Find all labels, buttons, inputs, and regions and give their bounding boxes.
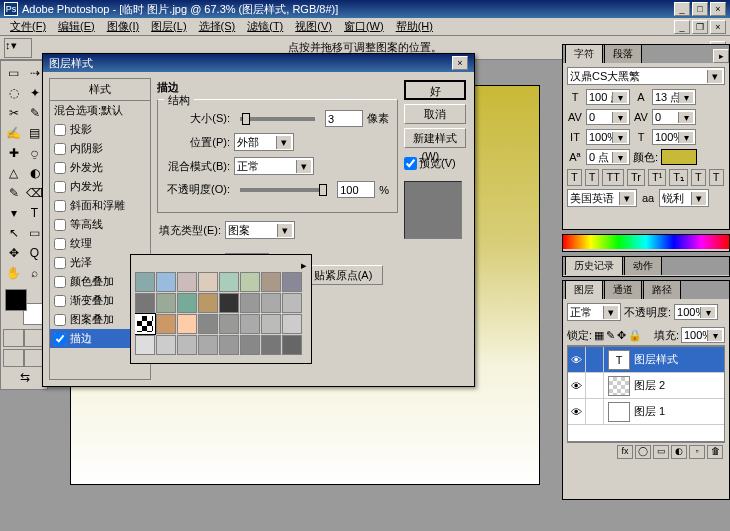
menu-edit[interactable]: 编辑(E) xyxy=(52,19,101,34)
standard-mode-button[interactable] xyxy=(3,329,24,347)
layer-thumb[interactable]: T xyxy=(608,350,630,370)
pattern-cell[interactable] xyxy=(177,272,197,292)
style-list-header[interactable]: 样式 xyxy=(50,79,150,101)
tool-button[interactable]: ✚ xyxy=(3,143,24,163)
blendmode-combo[interactable]: 正常 xyxy=(234,157,314,175)
lock-brush-icon[interactable]: ✎ xyxy=(606,329,615,342)
pattern-cell[interactable] xyxy=(156,272,176,292)
char-panel-menu-icon[interactable]: ▸ xyxy=(713,49,729,63)
tab-character[interactable]: 字符 xyxy=(565,44,603,63)
pattern-cell[interactable] xyxy=(135,335,155,355)
pattern-cell[interactable] xyxy=(261,314,281,334)
underline-button[interactable]: T xyxy=(691,169,706,186)
baseline-input[interactable]: 0 点 xyxy=(586,149,630,165)
pattern-cell[interactable] xyxy=(282,314,302,334)
smallcaps-button[interactable]: Tr xyxy=(627,169,645,186)
layer-thumb[interactable] xyxy=(608,376,630,396)
delete-layer-button[interactable]: 🗑 xyxy=(707,445,723,459)
maximize-button[interactable]: □ xyxy=(692,2,708,16)
screenmode-1-button[interactable] xyxy=(3,349,24,367)
font-size-input[interactable]: 100 点 xyxy=(586,89,630,105)
tool-button[interactable]: ▾ xyxy=(3,203,24,223)
adjust-button[interactable]: ◐ xyxy=(671,445,687,459)
language-combo[interactable]: 美国英语 xyxy=(567,189,637,207)
position-combo[interactable]: 外部 xyxy=(234,133,294,151)
visibility-icon[interactable]: 👁 xyxy=(568,373,586,398)
font-family-combo[interactable]: 汉鼎CS大黑繁 xyxy=(567,67,725,85)
tracking-input[interactable]: 0 xyxy=(652,109,696,125)
pattern-cell[interactable] xyxy=(219,335,239,355)
menu-image[interactable]: 图像(I) xyxy=(101,19,145,34)
layer-name[interactable]: 图层 1 xyxy=(634,404,665,419)
subscript-button[interactable]: T₁ xyxy=(669,169,688,186)
pattern-cell[interactable] xyxy=(198,314,218,334)
pattern-cell[interactable] xyxy=(240,293,260,313)
layer-row[interactable]: 👁 图层 2 xyxy=(568,373,724,399)
tab-paragraph[interactable]: 段落 xyxy=(604,44,642,63)
tab-actions[interactable]: 动作 xyxy=(624,256,662,275)
opacity-input[interactable] xyxy=(337,181,375,198)
fx-button[interactable]: fx xyxy=(617,445,633,459)
jump-to-button[interactable]: ⇆ xyxy=(3,367,47,387)
lock-move-icon[interactable]: ✥ xyxy=(617,329,626,342)
style-item[interactable]: 纹理 xyxy=(50,234,150,253)
new-style-button[interactable]: 新建样式(W)... xyxy=(404,128,466,148)
vscale-input[interactable]: 100% xyxy=(586,129,630,145)
menu-window[interactable]: 窗口(W) xyxy=(338,19,390,34)
text-color-swatch[interactable] xyxy=(661,149,697,165)
style-item[interactable]: 内阴影 xyxy=(50,139,150,158)
menu-filter[interactable]: 滤镜(T) xyxy=(241,19,289,34)
fill-input[interactable]: 100% xyxy=(681,327,725,343)
pattern-cell[interactable] xyxy=(177,314,197,334)
italic-button[interactable]: T xyxy=(585,169,600,186)
pattern-cell[interactable] xyxy=(219,272,239,292)
leading-input[interactable]: 13 点 xyxy=(652,89,696,105)
menu-select[interactable]: 选择(S) xyxy=(193,19,242,34)
ok-button[interactable]: 好 xyxy=(404,80,466,100)
layer-opacity-input[interactable]: 100% xyxy=(674,304,718,320)
style-item[interactable]: 内发光 xyxy=(50,177,150,196)
pattern-cell[interactable] xyxy=(282,293,302,313)
layer-thumb[interactable] xyxy=(608,402,630,422)
layer-row[interactable]: 👁 T 图层样式 xyxy=(568,347,724,373)
tool-button[interactable]: ✥ xyxy=(3,243,24,263)
menu-file[interactable]: 文件(F) xyxy=(4,19,52,34)
tab-channels[interactable]: 通道 xyxy=(604,280,642,299)
tool-button[interactable]: ✍ xyxy=(3,123,24,143)
pattern-cell[interactable] xyxy=(198,335,218,355)
active-tool-indicator[interactable]: ↕▾ xyxy=(4,38,32,58)
doc-close-button[interactable]: × xyxy=(710,20,726,34)
pattern-cell[interactable] xyxy=(135,314,155,334)
tool-button[interactable]: △ xyxy=(3,163,24,183)
visibility-icon[interactable]: 👁 xyxy=(568,399,586,424)
lock-all-icon[interactable]: 🔒 xyxy=(628,329,642,342)
color-ramp-panel[interactable] xyxy=(562,234,730,252)
minimize-button[interactable]: _ xyxy=(674,2,690,16)
style-item[interactable]: 外发光 xyxy=(50,158,150,177)
pattern-cell[interactable] xyxy=(156,293,176,313)
superscript-button[interactable]: T¹ xyxy=(648,169,666,186)
style-item[interactable]: 等高线 xyxy=(50,215,150,234)
tool-button[interactable]: ✎ xyxy=(3,183,24,203)
folder-button[interactable]: ▭ xyxy=(653,445,669,459)
layer-blendmode-combo[interactable]: 正常 xyxy=(567,303,621,321)
strike-button[interactable]: T xyxy=(709,169,724,186)
pattern-cell[interactable] xyxy=(177,335,197,355)
opacity-slider[interactable] xyxy=(240,188,327,192)
menu-view[interactable]: 视图(V) xyxy=(289,19,338,34)
snap-origin-button[interactable]: 贴紧原点(A) xyxy=(303,265,383,285)
mask-button[interactable]: ◯ xyxy=(635,445,651,459)
filltype-combo[interactable]: 图案 xyxy=(225,221,295,239)
foreground-color[interactable] xyxy=(5,289,27,311)
style-item[interactable]: 斜面和浮雕 xyxy=(50,196,150,215)
pattern-cell[interactable] xyxy=(156,335,176,355)
color-swatch[interactable] xyxy=(3,287,47,327)
tab-layers[interactable]: 图层 xyxy=(565,280,603,299)
pattern-cell[interactable] xyxy=(156,314,176,334)
pattern-cell[interactable] xyxy=(261,272,281,292)
tool-button[interactable]: ↖ xyxy=(3,223,24,243)
size-slider[interactable] xyxy=(240,117,315,121)
menu-help[interactable]: 帮助(H) xyxy=(390,19,439,34)
layer-row[interactable]: 👁 图层 1 xyxy=(568,399,724,425)
allcaps-button[interactable]: TT xyxy=(602,169,623,186)
